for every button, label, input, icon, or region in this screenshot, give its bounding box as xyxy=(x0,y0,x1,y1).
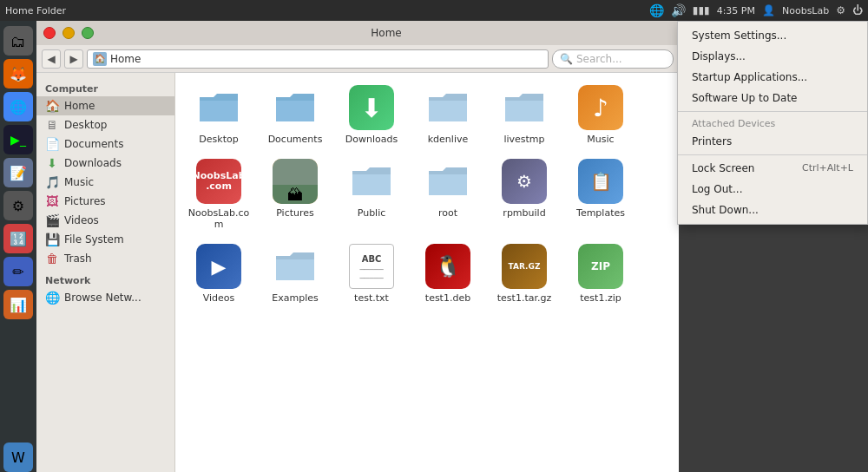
network-icon[interactable]: 🌐 xyxy=(649,3,664,17)
file-item-testdeb[interactable]: 🐧 test1.deb xyxy=(413,240,483,307)
system-menu-icon[interactable]: ⚙ xyxy=(836,4,845,16)
sidebar-item-desktop[interactable]: 🖥 Desktop xyxy=(36,115,174,134)
file-item-testzip[interactable]: ZIP test1.zip xyxy=(566,240,635,307)
sidebar-item-filesystem[interactable]: 💾 File System xyxy=(36,230,174,249)
sidebar-item-videos[interactable]: 🎬 Videos xyxy=(36,211,174,230)
templates-label: Templates xyxy=(576,207,625,219)
testdeb-icon: 🐧 xyxy=(425,244,470,289)
file-item-noobslab[interactable]: NoobsLab.com NoobsLab.com xyxy=(184,155,253,233)
dock-item-writer[interactable]: W xyxy=(3,442,33,472)
dock-item-terminal[interactable]: ▶_ xyxy=(3,125,33,154)
menu-item-system-settings[interactable]: System Settings... xyxy=(678,25,867,46)
testzip-icon: ZIP xyxy=(578,244,623,289)
sidebar-desktop-label: Desktop xyxy=(64,119,108,131)
dock: 🗂 🦊 🌐 ▶_ 📝 ⚙ 🔢 ✏ 📊 W xyxy=(0,21,36,472)
dock-item-firefox[interactable]: 🦊 xyxy=(3,59,33,88)
location-text: Home xyxy=(110,53,141,65)
forward-button[interactable]: ▶ xyxy=(64,49,83,69)
topbar-left: Home Folder xyxy=(5,5,66,16)
videos-label: Videos xyxy=(203,292,235,304)
power-icon[interactable]: ⏻ xyxy=(852,4,863,16)
dock-item-files[interactable]: 🗂 xyxy=(3,26,33,56)
menu-item-printers[interactable]: Printers xyxy=(678,131,867,152)
pictures-icon: 🏔 xyxy=(273,159,318,204)
sidebar-item-browse-network[interactable]: 🌐 Browse Netw... xyxy=(36,288,174,307)
sidebar-item-trash[interactable]: 🗑 Trash xyxy=(36,249,174,268)
music-icon: ♪ xyxy=(578,85,623,130)
sidebar-trash-label: Trash xyxy=(64,252,92,265)
desktop-sidebar-icon: 🖥 xyxy=(45,118,59,132)
file-item-root[interactable]: root xyxy=(413,155,483,233)
gedit-icon: 📝 xyxy=(10,165,27,181)
file-item-livestmp[interactable]: livestmp xyxy=(490,82,559,148)
volume-icon[interactable]: 🔊 xyxy=(671,3,686,17)
file-item-videos[interactable]: ▶ Videos xyxy=(184,240,253,307)
dock-item-calc[interactable]: 🔢 xyxy=(3,224,33,253)
file-item-testtxt[interactable]: ABC ───── ───── test.txt xyxy=(337,240,406,307)
kdenlive-folder-icon xyxy=(425,85,470,130)
sidebar-item-music[interactable]: 🎵 Music xyxy=(36,173,174,192)
minimize-button[interactable] xyxy=(62,27,75,39)
address-bar: 🏠 Home xyxy=(87,49,549,69)
sidebar-item-pictures[interactable]: 🖼 Pictures xyxy=(36,192,174,211)
file-area: Desktop Documents ⬇ Downloads xyxy=(175,73,679,472)
videos-icon: ▶ xyxy=(196,244,241,289)
file-item-music[interactable]: ♪ Music xyxy=(566,82,635,148)
testtargz-label: test1.tar.gz xyxy=(497,292,551,304)
network-section-title: Network xyxy=(36,272,174,288)
user-label[interactable]: NoobsLab xyxy=(782,5,829,16)
filesystem-sidebar-icon: 💾 xyxy=(45,233,59,246)
sidebar-browse-network-label: Browse Netw... xyxy=(64,292,141,304)
files-icon: 🗂 xyxy=(10,32,26,50)
music-sidebar-icon: 🎵 xyxy=(45,175,59,189)
music-label: Music xyxy=(587,134,614,145)
sidebar-item-documents[interactable]: 📄 Documents xyxy=(36,134,174,154)
examples-folder-icon xyxy=(273,244,318,289)
downloads-sidebar-icon: ⬇ xyxy=(45,156,59,170)
file-item-public[interactable]: Public xyxy=(337,155,406,233)
sidebar-item-home[interactable]: 🏠 Home xyxy=(36,96,174,115)
menu-item-software-up-to-date[interactable]: Software Up to Date xyxy=(678,88,867,108)
context-menu: System Settings... Displays... Startup A… xyxy=(677,21,868,225)
menu-item-displays[interactable]: Displays... xyxy=(678,46,867,67)
testtxt-label: test.txt xyxy=(354,292,389,304)
file-item-examples[interactable]: Examples xyxy=(260,240,330,307)
menu-item-startup-applications[interactable]: Startup Applications... xyxy=(678,67,867,88)
documents-folder-label: Documents xyxy=(268,134,323,145)
file-item-pictures[interactable]: 🏔 Pictures xyxy=(260,155,330,233)
file-item-templates[interactable]: 📋 Templates xyxy=(566,155,635,233)
sidebar-music-label: Music xyxy=(64,176,94,188)
menu-item-log-out[interactable]: Log Out... xyxy=(678,179,867,200)
file-item-rpmbuild[interactable]: ⚙ rpmbuild xyxy=(490,155,559,233)
maximize-button[interactable] xyxy=(82,27,94,39)
sidebar-item-downloads[interactable]: ⬇ Downloads xyxy=(36,154,174,173)
public-label: Public xyxy=(358,207,386,219)
dock-item-draw[interactable]: ✏ xyxy=(3,257,33,286)
search-box[interactable]: 🔍 Search... xyxy=(552,49,674,69)
dock-item-impress[interactable]: 📊 xyxy=(3,290,33,319)
location-box[interactable]: 🏠 Home xyxy=(87,49,549,69)
home-sidebar-icon: 🏠 xyxy=(45,99,59,113)
file-item-documents[interactable]: Documents xyxy=(260,82,330,148)
menu-item-lock-screen[interactable]: Lock Screen Ctrl+Alt+L xyxy=(678,158,867,179)
menu-separator-1 xyxy=(678,111,867,112)
user-icon[interactable]: 👤 xyxy=(762,4,775,16)
file-item-desktop[interactable]: Desktop xyxy=(184,82,253,148)
livestmp-folder-icon xyxy=(502,85,547,130)
file-manager-window: Home ◀ ▶ 🏠 Home 🔍 Search... Computer 🏠 H… xyxy=(36,21,679,472)
testtxt-icon: ABC ───── ───── xyxy=(349,244,394,289)
documents-sidebar-icon: 📄 xyxy=(45,137,59,151)
pictures-sidebar-icon: 🖼 xyxy=(45,194,59,208)
close-button[interactable] xyxy=(43,27,56,39)
menu-section-attached-devices: Attached Devices xyxy=(678,115,867,131)
dock-item-settings[interactable]: ⚙ xyxy=(3,191,33,220)
location-icon: 🏠 xyxy=(93,52,107,66)
root-folder-icon xyxy=(425,159,470,204)
file-item-downloads[interactable]: ⬇ Downloads xyxy=(337,82,406,148)
file-item-testtargz[interactable]: TAR.GZ test1.tar.gz xyxy=(490,240,559,307)
menu-item-shut-down[interactable]: Shut Down... xyxy=(678,200,867,220)
back-button[interactable]: ◀ xyxy=(42,49,61,69)
file-item-kdenlive[interactable]: kdenlive xyxy=(413,82,483,148)
dock-item-gedit[interactable]: 📝 xyxy=(3,158,33,187)
dock-item-chrome[interactable]: 🌐 xyxy=(3,92,33,121)
